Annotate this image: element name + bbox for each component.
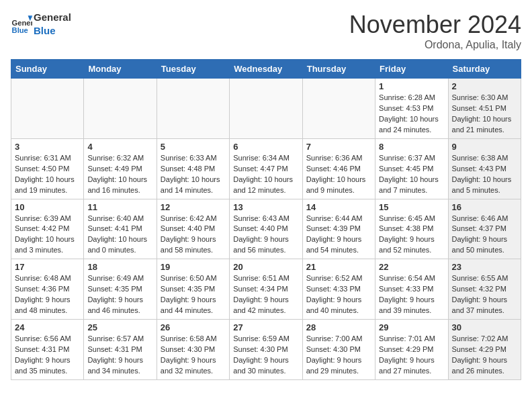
day-cell bbox=[84, 79, 157, 139]
header: General Blue General Blue November 2024 … bbox=[11, 11, 521, 51]
day-cell: 13Sunrise: 6:43 AM Sunset: 4:40 PM Dayli… bbox=[230, 199, 302, 259]
day-info: Sunrise: 6:39 AM Sunset: 4:42 PM Dayligh… bbox=[15, 214, 80, 257]
svg-text:General: General bbox=[12, 18, 32, 26]
day-cell bbox=[230, 79, 302, 139]
day-number: 26 bbox=[161, 322, 226, 332]
day-info: Sunrise: 6:58 AM Sunset: 4:30 PM Dayligh… bbox=[161, 334, 226, 377]
day-cell: 3Sunrise: 6:31 AM Sunset: 4:50 PM Daylig… bbox=[11, 138, 84, 199]
day-number: 22 bbox=[379, 262, 444, 272]
day-cell bbox=[302, 79, 375, 139]
day-cell: 27Sunrise: 6:59 AM Sunset: 4:30 PM Dayli… bbox=[230, 320, 302, 380]
day-number: 25 bbox=[87, 322, 152, 332]
logo: General Blue General Blue bbox=[11, 11, 71, 38]
day-info: Sunrise: 6:44 AM Sunset: 4:39 PM Dayligh… bbox=[306, 214, 371, 257]
day-info: Sunrise: 6:30 AM Sunset: 4:51 PM Dayligh… bbox=[452, 93, 517, 136]
day-info: Sunrise: 6:48 AM Sunset: 4:36 PM Dayligh… bbox=[15, 273, 80, 316]
day-number: 15 bbox=[379, 202, 444, 212]
day-cell bbox=[157, 79, 229, 139]
day-cell: 1Sunrise: 6:28 AM Sunset: 4:53 PM Daylig… bbox=[375, 79, 448, 139]
col-header-wednesday: Wednesday bbox=[230, 60, 302, 79]
day-number: 1 bbox=[379, 81, 444, 91]
col-header-friday: Friday bbox=[375, 60, 448, 79]
day-info: Sunrise: 7:01 AM Sunset: 4:29 PM Dayligh… bbox=[379, 334, 444, 377]
day-cell: 30Sunrise: 7:02 AM Sunset: 4:29 PM Dayli… bbox=[448, 320, 521, 380]
day-number: 20 bbox=[233, 262, 298, 272]
day-info: Sunrise: 6:57 AM Sunset: 4:31 PM Dayligh… bbox=[87, 334, 152, 377]
day-number: 5 bbox=[161, 142, 226, 152]
day-cell: 29Sunrise: 7:01 AM Sunset: 4:29 PM Dayli… bbox=[375, 320, 448, 380]
day-info: Sunrise: 6:32 AM Sunset: 4:49 PM Dayligh… bbox=[87, 153, 152, 196]
day-number: 2 bbox=[452, 81, 517, 91]
day-info: Sunrise: 6:59 AM Sunset: 4:30 PM Dayligh… bbox=[233, 334, 298, 377]
day-cell: 19Sunrise: 6:50 AM Sunset: 4:35 PM Dayli… bbox=[157, 259, 229, 320]
day-cell: 11Sunrise: 6:40 AM Sunset: 4:41 PM Dayli… bbox=[84, 199, 157, 259]
day-cell: 26Sunrise: 6:58 AM Sunset: 4:30 PM Dayli… bbox=[157, 320, 229, 380]
day-cell: 28Sunrise: 7:00 AM Sunset: 4:30 PM Dayli… bbox=[302, 320, 375, 380]
day-info: Sunrise: 6:49 AM Sunset: 4:35 PM Dayligh… bbox=[87, 273, 152, 316]
day-cell: 7Sunrise: 6:36 AM Sunset: 4:46 PM Daylig… bbox=[302, 138, 375, 199]
day-info: Sunrise: 6:28 AM Sunset: 4:53 PM Dayligh… bbox=[379, 93, 444, 136]
day-info: Sunrise: 6:51 AM Sunset: 4:34 PM Dayligh… bbox=[233, 273, 298, 316]
day-number: 24 bbox=[15, 322, 80, 332]
col-header-tuesday: Tuesday bbox=[157, 60, 229, 79]
day-info: Sunrise: 6:34 AM Sunset: 4:47 PM Dayligh… bbox=[233, 153, 298, 196]
day-number: 12 bbox=[161, 202, 226, 212]
logo-general-text: General bbox=[34, 11, 71, 23]
logo-blue-text: Blue bbox=[34, 25, 56, 36]
day-info: Sunrise: 6:43 AM Sunset: 4:40 PM Dayligh… bbox=[233, 214, 298, 257]
svg-text:Blue: Blue bbox=[12, 26, 28, 34]
day-cell: 23Sunrise: 6:55 AM Sunset: 4:32 PM Dayli… bbox=[448, 259, 521, 320]
day-number: 21 bbox=[306, 262, 371, 272]
title-block: November 2024 Ordona, Apulia, Italy bbox=[349, 11, 521, 51]
day-number: 16 bbox=[452, 202, 517, 212]
day-cell: 18Sunrise: 6:49 AM Sunset: 4:35 PM Dayli… bbox=[84, 259, 157, 320]
day-cell: 4Sunrise: 6:32 AM Sunset: 4:49 PM Daylig… bbox=[84, 138, 157, 199]
day-info: Sunrise: 6:36 AM Sunset: 4:46 PM Dayligh… bbox=[306, 153, 371, 196]
day-info: Sunrise: 6:31 AM Sunset: 4:50 PM Dayligh… bbox=[15, 153, 80, 196]
col-header-monday: Monday bbox=[84, 60, 157, 79]
day-number: 29 bbox=[379, 322, 444, 332]
day-cell: 8Sunrise: 6:37 AM Sunset: 4:45 PM Daylig… bbox=[375, 138, 448, 199]
day-number: 11 bbox=[87, 202, 152, 212]
day-number: 27 bbox=[233, 322, 298, 332]
day-info: Sunrise: 6:37 AM Sunset: 4:45 PM Dayligh… bbox=[379, 153, 444, 196]
day-number: 9 bbox=[452, 142, 517, 152]
week-row-1: 3Sunrise: 6:31 AM Sunset: 4:50 PM Daylig… bbox=[11, 138, 521, 199]
day-number: 4 bbox=[87, 142, 152, 152]
day-number: 19 bbox=[161, 262, 226, 272]
calendar-table: SundayMondayTuesdayWednesdayThursdayFrid… bbox=[11, 59, 521, 380]
month-title: November 2024 bbox=[349, 11, 521, 39]
day-number: 18 bbox=[87, 262, 152, 272]
day-cell: 14Sunrise: 6:44 AM Sunset: 4:39 PM Dayli… bbox=[302, 199, 375, 259]
day-cell: 21Sunrise: 6:52 AM Sunset: 4:33 PM Dayli… bbox=[302, 259, 375, 320]
day-info: Sunrise: 6:55 AM Sunset: 4:32 PM Dayligh… bbox=[452, 273, 517, 316]
day-cell: 22Sunrise: 6:54 AM Sunset: 4:33 PM Dayli… bbox=[375, 259, 448, 320]
day-cell: 10Sunrise: 6:39 AM Sunset: 4:42 PM Dayli… bbox=[11, 199, 84, 259]
day-number: 6 bbox=[233, 142, 298, 152]
week-row-0: 1Sunrise: 6:28 AM Sunset: 4:53 PM Daylig… bbox=[11, 79, 521, 139]
day-number: 14 bbox=[306, 202, 371, 212]
day-info: Sunrise: 6:52 AM Sunset: 4:33 PM Dayligh… bbox=[306, 273, 371, 316]
day-number: 28 bbox=[306, 322, 371, 332]
day-number: 3 bbox=[15, 142, 80, 152]
col-header-thursday: Thursday bbox=[302, 60, 375, 79]
day-info: Sunrise: 6:38 AM Sunset: 4:43 PM Dayligh… bbox=[452, 153, 517, 196]
col-header-saturday: Saturday bbox=[448, 60, 521, 79]
week-row-3: 17Sunrise: 6:48 AM Sunset: 4:36 PM Dayli… bbox=[11, 259, 521, 320]
day-cell: 9Sunrise: 6:38 AM Sunset: 4:43 PM Daylig… bbox=[448, 138, 521, 199]
day-number: 10 bbox=[15, 202, 80, 212]
day-cell: 17Sunrise: 6:48 AM Sunset: 4:36 PM Dayli… bbox=[11, 259, 84, 320]
week-row-4: 24Sunrise: 6:56 AM Sunset: 4:31 PM Dayli… bbox=[11, 320, 521, 380]
day-cell: 15Sunrise: 6:45 AM Sunset: 4:38 PM Dayli… bbox=[375, 199, 448, 259]
day-info: Sunrise: 6:33 AM Sunset: 4:48 PM Dayligh… bbox=[161, 153, 226, 196]
day-number: 8 bbox=[379, 142, 444, 152]
day-info: Sunrise: 6:50 AM Sunset: 4:35 PM Dayligh… bbox=[161, 273, 226, 316]
day-info: Sunrise: 6:56 AM Sunset: 4:31 PM Dayligh… bbox=[15, 334, 80, 377]
col-header-sunday: Sunday bbox=[11, 60, 84, 79]
day-info: Sunrise: 6:40 AM Sunset: 4:41 PM Dayligh… bbox=[87, 214, 152, 257]
location: Ordona, Apulia, Italy bbox=[349, 39, 521, 51]
day-number: 17 bbox=[15, 262, 80, 272]
day-cell: 2Sunrise: 6:30 AM Sunset: 4:51 PM Daylig… bbox=[448, 79, 521, 139]
day-number: 30 bbox=[452, 322, 517, 332]
day-cell: 20Sunrise: 6:51 AM Sunset: 4:34 PM Dayli… bbox=[230, 259, 302, 320]
